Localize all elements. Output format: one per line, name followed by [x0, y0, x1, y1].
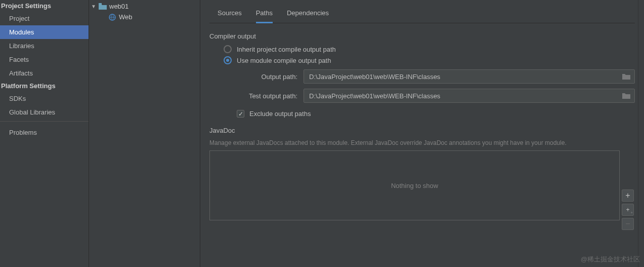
folder-browse-icon[interactable] — [622, 73, 631, 80]
watermark: @稀土掘金技术社区 — [581, 255, 640, 264]
test-output-path-row: Test output path: — [237, 89, 635, 103]
sidebar-item-modules[interactable]: Modules — [0, 25, 89, 39]
tree-node-label: web01 — [109, 3, 128, 10]
output-path-field[interactable] — [304, 69, 635, 84]
module-tree: ▼ web01 Web — [89, 0, 200, 267]
output-path-row: Output path: — [237, 69, 635, 84]
test-output-path-input[interactable] — [309, 92, 622, 100]
sidebar-item-artifacts[interactable]: Artifacts — [0, 66, 89, 80]
module-folder-icon — [99, 3, 107, 10]
sidebar-item-facets[interactable]: Facets — [0, 53, 89, 66]
output-path-label: Output path: — [237, 73, 297, 81]
tab-sources[interactable]: Sources — [218, 9, 242, 23]
sidebar-heading-platform-settings: Platform Settings — [0, 80, 89, 92]
svg-rect-0 — [99, 3, 102, 5]
exclude-output-checkbox[interactable] — [237, 110, 244, 118]
sidebar-item-global-libraries[interactable]: Global Libraries — [0, 105, 89, 119]
sidebar-item-sdks[interactable]: SDKs — [0, 92, 89, 105]
javadoc-description: Manage external JavaDocs attached to thi… — [209, 139, 635, 146]
module-editor: Name: Sources Paths Dependencies Compile… — [200, 0, 644, 267]
javadoc-toolbar: + +◦ − — [622, 189, 634, 230]
radio-inherit[interactable] — [224, 45, 232, 53]
exclude-output-row[interactable]: Exclude output paths — [237, 110, 635, 118]
output-path-input[interactable] — [309, 73, 622, 81]
radio-module[interactable] — [224, 56, 232, 64]
tree-node-web[interactable]: Web — [89, 12, 200, 22]
radio-inherit-label: Inherit project compile output path — [237, 46, 336, 53]
tab-paths[interactable]: Paths — [256, 9, 273, 23]
radio-module-label: Use module compile output path — [237, 57, 331, 64]
settings-sidebar: Project Settings Project Modules Librari… — [0, 0, 89, 267]
sidebar-item-project[interactable]: Project — [0, 12, 89, 25]
sidebar-divider — [0, 121, 89, 122]
radio-module-row[interactable]: Use module compile output path — [224, 56, 635, 64]
sidebar-item-libraries[interactable]: Libraries — [0, 39, 89, 53]
module-tabs: Sources Paths Dependencies — [209, 0, 635, 23]
scrollbar[interactable] — [638, 0, 644, 267]
javadoc-list: Nothing to show — [209, 150, 620, 220]
tab-dependencies[interactable]: Dependencies — [287, 9, 329, 23]
web-facet-icon — [108, 14, 116, 21]
javadoc-title: JavaDoc — [209, 127, 635, 134]
add-button[interactable]: + — [622, 189, 634, 202]
folder-browse-icon[interactable] — [622, 92, 631, 99]
sidebar-item-problems[interactable]: Problems — [0, 124, 89, 139]
radio-inherit-row[interactable]: Inherit project compile output path — [224, 45, 635, 53]
test-output-path-label: Test output path: — [237, 92, 297, 100]
remove-button[interactable]: − — [622, 218, 634, 230]
exclude-output-label: Exclude output paths — [249, 110, 311, 118]
chevron-down-icon[interactable]: ▼ — [91, 4, 96, 9]
compiler-output-title: Compiler output — [209, 32, 635, 40]
add-special-button[interactable]: +◦ — [622, 204, 634, 216]
tree-node-web01[interactable]: ▼ web01 — [89, 1, 200, 12]
javadoc-empty-text: Nothing to show — [391, 182, 438, 189]
tree-node-label: Web — [119, 13, 133, 21]
sidebar-heading-project-settings: Project Settings — [0, 0, 89, 12]
test-output-path-field[interactable] — [304, 89, 635, 103]
